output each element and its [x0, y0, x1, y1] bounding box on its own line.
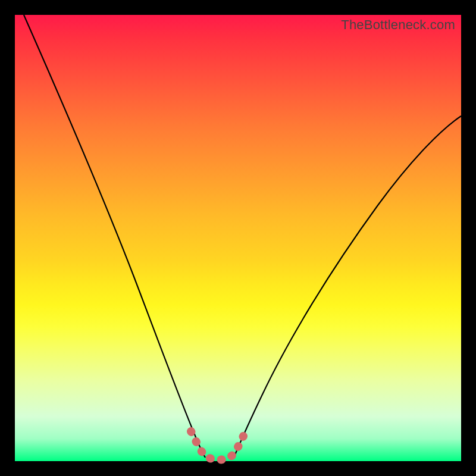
chart-svg [15, 15, 461, 461]
chart-plot-area: TheBottleneck.com [15, 15, 461, 461]
left-bottleneck-curve [24, 15, 205, 458]
right-bottleneck-curve [234, 116, 461, 458]
watermark-text: TheBottleneck.com [341, 17, 455, 33]
